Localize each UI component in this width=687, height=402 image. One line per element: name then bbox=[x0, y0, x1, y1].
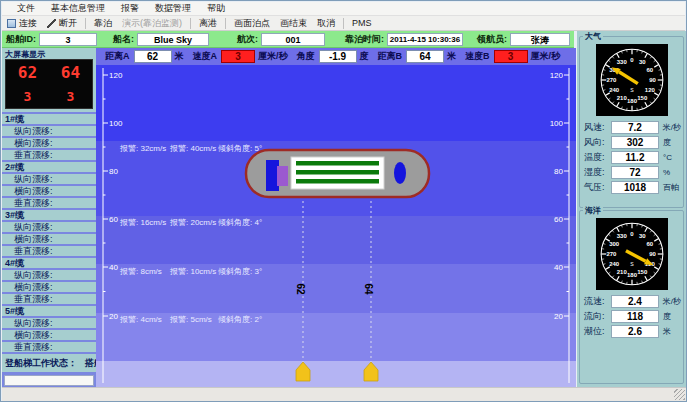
ship-graphic[interactable] bbox=[246, 150, 429, 197]
alarm-speed-a-label: 报警: 16cm/s bbox=[119, 218, 166, 227]
led-speed-b: 3 bbox=[67, 89, 75, 104]
toolbar-button-connect[interactable]: 连接 bbox=[2, 16, 42, 31]
info-field-pilot: 领航员:张涛 bbox=[477, 33, 570, 46]
gauge-label: 330 bbox=[616, 59, 627, 65]
alarm-tilt-label: 倾斜角度: 3° bbox=[218, 267, 262, 276]
alarm-speed-b-label: 报警: 40cm/s bbox=[169, 144, 216, 153]
field-row-temperature: 温度:11.2°C bbox=[584, 150, 681, 164]
info-field-value-berth-time[interactable]: 2011-4-15 10:30:36 bbox=[387, 33, 463, 46]
led-distance-display: 62 64 3 3 bbox=[5, 59, 93, 109]
meas-value-distance-a[interactable]: 62 bbox=[134, 50, 172, 63]
cable-group: 2#缆纵向漂移:横向漂移:垂直漂移: bbox=[2, 162, 96, 208]
toolbar-button-cancel[interactable]: 取消 bbox=[312, 16, 340, 31]
field-unit-pressure: 百帕 bbox=[663, 182, 679, 193]
bollard-a bbox=[296, 362, 310, 381]
meas-label-speed-a: 速度A bbox=[193, 50, 218, 63]
mooring-distance-label-b: 64 bbox=[363, 283, 374, 295]
field-value-wind-speed: 7.2 bbox=[611, 121, 659, 134]
field-label-current-speed: 流速: bbox=[584, 295, 611, 308]
app-window: 文件基本信息管理报警数据管理帮助 连接断开靠泊演示(靠泊监测)离港画面泊点画结束… bbox=[0, 0, 687, 402]
field-label-wind-speed: 风速: bbox=[584, 121, 611, 134]
info-field-ship-name: 船名:Blue Sky bbox=[113, 33, 209, 46]
menu-item[interactable]: 报警 bbox=[114, 1, 146, 16]
toolbar-button-demo: 演示(靠泊监测) bbox=[117, 16, 187, 31]
gauge-label: 180 bbox=[626, 272, 637, 278]
alarm-speed-a-label: 报警: 8cm/s bbox=[119, 267, 162, 276]
gauge-label: 210 bbox=[616, 95, 627, 101]
cable-group: 1#缆纵向漂移:横向漂移:垂直漂移: bbox=[2, 114, 96, 160]
field-label-humidity: 湿度: bbox=[584, 166, 611, 179]
alarm-tilt-label: 倾斜角度: 5° bbox=[218, 144, 262, 153]
gauge-label: 150 bbox=[637, 269, 648, 275]
cable-item: 纵向漂移: bbox=[2, 318, 96, 328]
berthing-plot-area: 1201008060402012010080604020 报警: 32cm/s报… bbox=[96, 65, 576, 387]
cable-item: 横向漂移: bbox=[2, 282, 96, 292]
field-label-temperature: 温度: bbox=[584, 151, 611, 164]
gauge-label: 120 bbox=[644, 87, 655, 93]
led-distance-b: 64 bbox=[61, 63, 80, 82]
field-row-current-speed: 流速:2.4米/秒 bbox=[584, 294, 681, 308]
toolbar-button-depart[interactable]: 离港 bbox=[194, 16, 222, 31]
field-unit-current-speed: 米/秒 bbox=[663, 296, 681, 307]
tick-label: 40 bbox=[109, 263, 118, 272]
field-value-temperature: 11.2 bbox=[611, 151, 659, 164]
meas-value-speed-a: 3 bbox=[221, 50, 255, 63]
info-field-value-pilot[interactable]: 张涛 bbox=[510, 33, 570, 46]
info-field-value-voyage[interactable]: 001 bbox=[261, 33, 325, 46]
field-row-pressure: 气压:1018百帕 bbox=[584, 180, 681, 194]
toolbar-button-disconnect[interactable]: 断开 bbox=[42, 16, 82, 31]
meas-unit-distance-b: 米 bbox=[447, 50, 456, 63]
menu-item[interactable]: 帮助 bbox=[200, 1, 232, 16]
field-value-wind-direction: 302 bbox=[611, 136, 659, 149]
alarm-speed-b-label: 报警: 20cm/s bbox=[169, 218, 216, 227]
menu-item[interactable]: 基本信息管理 bbox=[44, 1, 112, 16]
cable-item: 纵向漂移: bbox=[2, 222, 96, 232]
ocean-fields: 流速:2.4米/秒流向:118度潮位:2.6米 bbox=[580, 294, 683, 338]
gauge-label: 30 bbox=[638, 59, 645, 65]
meas-value-distance-b[interactable]: 64 bbox=[406, 50, 444, 63]
field-row-wind-speed: 风速:7.2米/秒 bbox=[584, 120, 681, 134]
tick-label: 100 bbox=[550, 119, 564, 128]
cable-group-header: 2#缆 bbox=[2, 162, 96, 172]
toolbar-button-label: 取消 bbox=[317, 17, 335, 30]
led-distance-a: 62 bbox=[18, 63, 37, 82]
toolbar-button-berth[interactable]: 靠泊 bbox=[89, 16, 117, 31]
info-field-value-ship-name[interactable]: Blue Sky bbox=[137, 33, 209, 46]
field-row-wind-direction: 风向:302度 bbox=[584, 135, 681, 149]
gauge-s-label: S bbox=[630, 261, 634, 267]
field-unit-wind-speed: 米/秒 bbox=[663, 122, 681, 133]
toolbar-button-draw-berth-point[interactable]: 画面泊点 bbox=[229, 16, 275, 31]
meas-value-angle[interactable]: -1.9 bbox=[319, 50, 357, 63]
cable-group-header: 5#缆 bbox=[2, 306, 96, 316]
atmosphere-group-title: 大气 bbox=[583, 31, 603, 42]
cable-group-header: 3#缆 bbox=[2, 210, 96, 220]
cable-item: 垂直漂移: bbox=[2, 246, 96, 256]
connect-icon bbox=[7, 19, 16, 28]
tick-label: 80 bbox=[109, 167, 118, 176]
menu-item[interactable]: 数据管理 bbox=[148, 1, 198, 16]
sidebar-bottom-field[interactable] bbox=[4, 375, 94, 386]
gangway-status: 登船梯工作状态： 搭舷 bbox=[2, 354, 96, 372]
toolbar-button-draw-end[interactable]: 画结束 bbox=[275, 16, 312, 31]
toolbar-button-label: 靠泊 bbox=[94, 17, 112, 30]
toolbar-button-label: 画结束 bbox=[280, 17, 307, 30]
wind-direction-gauge: 0306090120150180210240270300330S bbox=[596, 44, 668, 116]
cable-group: 3#缆纵向漂移:横向漂移:垂直漂移: bbox=[2, 210, 96, 256]
gauge-label: 150 bbox=[637, 95, 648, 101]
toolbar-button-label: 画面泊点 bbox=[234, 17, 270, 30]
meas-unit-speed-a: 厘米/秒 bbox=[258, 50, 288, 63]
toolbar-separator bbox=[343, 18, 344, 29]
field-label-tide-level: 潮位: bbox=[584, 325, 611, 338]
menu-item[interactable]: 文件 bbox=[10, 1, 42, 16]
field-label-wind-direction: 风向: bbox=[584, 136, 611, 149]
berthing-plot: 1201008060402012010080604020 报警: 32cm/s报… bbox=[96, 65, 576, 387]
info-field-value-ship-id[interactable]: 3 bbox=[39, 33, 97, 46]
berthing-monitor-panel: 距离A62米速度A3厘米/秒角度-1.9度距离B64米速度B3厘米/秒 1201… bbox=[96, 48, 576, 387]
resize-grip-icon[interactable] bbox=[674, 389, 685, 400]
toolbar-button-label: 连接 bbox=[19, 17, 37, 30]
toolbar-button-pms[interactable]: PMS bbox=[347, 17, 377, 29]
alarm-speed-a-label: 报警: 32cm/s bbox=[119, 144, 166, 153]
info-field-label: 航次: bbox=[237, 33, 258, 46]
status-bar bbox=[2, 387, 687, 402]
gauge-label: 90 bbox=[649, 251, 656, 257]
